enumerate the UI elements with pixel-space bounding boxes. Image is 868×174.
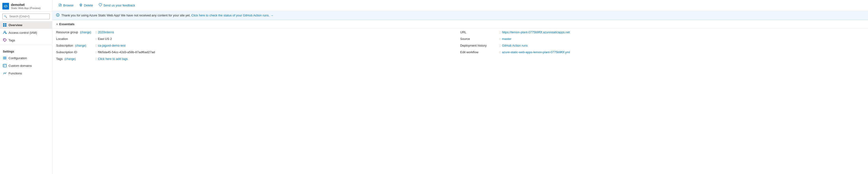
essentials-value-tags[interactable]: Click here to add tags bbox=[98, 57, 128, 61]
essentials-sep-9: : bbox=[500, 50, 501, 54]
essentials-value-url[interactable]: https://lemon-plant-0775b9f0f.azurestati… bbox=[502, 30, 570, 34]
essentials-label-source: Source bbox=[460, 37, 498, 41]
essentials-row-tags: Tags (change) : Click here to add tags bbox=[56, 57, 460, 62]
info-banner-link[interactable]: Click here to check the status of your G… bbox=[191, 13, 274, 17]
essentials-value-deployment-history[interactable]: GitHub Action runs bbox=[502, 44, 528, 47]
app-name: demotwt bbox=[11, 3, 41, 7]
essentials-value-subscription-id: f9b5da45-54cc-42d3-a58b-87adf6ad27ad bbox=[98, 50, 155, 54]
subscription-change-link[interactable]: (change) bbox=[75, 44, 86, 47]
sidebar-item-overview[interactable]: Overview bbox=[0, 21, 52, 29]
tags-change-link[interactable]: (change) bbox=[64, 57, 75, 61]
app-subtitle: Static Web App (Preview) bbox=[11, 7, 41, 9]
heart-icon bbox=[99, 3, 102, 7]
essentials-row-subscription: Subscription (change) : ca-jagord-demo-t… bbox=[56, 44, 460, 49]
essentials-label-location: Location bbox=[56, 37, 94, 41]
essentials-left-col: Resource group (change) : 2020interns Lo… bbox=[56, 30, 460, 62]
sidebar-search-container: 🔍 bbox=[0, 12, 52, 21]
essentials-row-subscription-id: Subscription ID : f9b5da45-54cc-42d3-a58… bbox=[56, 50, 460, 56]
custom-domains-icon bbox=[3, 64, 7, 68]
svg-point-6 bbox=[4, 39, 4, 40]
sidebar-item-tags[interactable]: Tags bbox=[0, 36, 52, 44]
essentials-row-location: Location : East US 2 bbox=[56, 37, 460, 42]
main-content: Browse Delete Send us your feedback bbox=[52, 0, 868, 174]
essentials-row-source: Source : master bbox=[460, 37, 864, 42]
configuration-icon bbox=[3, 56, 7, 60]
delete-button[interactable]: Delete bbox=[77, 2, 95, 9]
app-icon bbox=[2, 3, 9, 9]
svg-rect-7 bbox=[3, 57, 6, 57]
delete-icon bbox=[79, 3, 83, 7]
essentials-value-resource-group[interactable]: 2020interns bbox=[98, 30, 114, 34]
feedback-button[interactable]: Send us your feedback bbox=[96, 2, 137, 9]
essentials-value-location: East US 2 bbox=[98, 37, 112, 41]
feedback-label: Send us your feedback bbox=[103, 4, 135, 7]
functions-icon bbox=[3, 71, 7, 75]
svg-rect-1 bbox=[5, 23, 6, 25]
svg-rect-8 bbox=[3, 58, 6, 58]
svg-rect-9 bbox=[3, 59, 6, 59]
svg-rect-2 bbox=[3, 25, 4, 27]
sidebar-divider bbox=[0, 45, 52, 45]
essentials-sep-7: : bbox=[500, 37, 501, 41]
browse-label: Browse bbox=[63, 4, 73, 7]
essentials-row-edit-workflow: Edit workflow : azure-static-web-apps-le… bbox=[460, 50, 864, 56]
sidebar-item-label-tags: Tags bbox=[8, 38, 15, 42]
essentials-row-url: URL : https://lemon-plant-0775b9f0f.azur… bbox=[460, 30, 864, 36]
settings-section-label: Settings bbox=[0, 46, 52, 54]
sidebar-item-label-custom-domains: Custom domains bbox=[8, 64, 32, 68]
search-wrapper: 🔍 bbox=[2, 13, 50, 19]
sidebar-item-iam[interactable]: Access control (IAM) bbox=[0, 29, 52, 36]
svg-rect-0 bbox=[3, 23, 4, 25]
sidebar-item-functions[interactable]: Functions bbox=[0, 69, 52, 77]
info-banner: Thank you for using Azure Static Web App… bbox=[52, 11, 868, 20]
sidebar-item-custom-domains[interactable]: Custom domains bbox=[0, 62, 52, 69]
essentials-label-url: URL bbox=[460, 30, 498, 34]
sidebar: demotwt Static Web App (Preview) 🔍 Overv… bbox=[0, 0, 52, 174]
essentials-label-resource-group: Resource group (change) bbox=[56, 30, 94, 34]
tags-icon bbox=[3, 38, 7, 42]
browse-button[interactable]: Browse bbox=[56, 2, 76, 9]
essentials-chevron: ∧ bbox=[56, 23, 58, 26]
sidebar-header-text: demotwt Static Web App (Preview) bbox=[11, 3, 41, 9]
sidebar-item-label-configuration: Configuration bbox=[8, 56, 27, 60]
sidebar-item-label-overview: Overview bbox=[8, 23, 22, 27]
sidebar-item-configuration[interactable]: Configuration bbox=[0, 54, 52, 62]
sidebar-item-label-iam: Access control (IAM) bbox=[8, 31, 37, 34]
essentials-value-source[interactable]: master bbox=[502, 37, 512, 41]
essentials-sep-2: : bbox=[96, 37, 97, 41]
essentials-sep-4: : bbox=[96, 50, 97, 54]
svg-rect-3 bbox=[5, 25, 6, 27]
essentials-label-tags: Tags (change) bbox=[56, 57, 94, 61]
info-icon bbox=[56, 13, 59, 18]
essentials-grid: Resource group (change) : 2020interns Lo… bbox=[52, 29, 868, 65]
essentials-row-deployment-history: Deployment history : GitHub Action runs bbox=[460, 44, 864, 49]
browse-icon bbox=[59, 3, 62, 7]
essentials-label-deployment-history: Deployment history bbox=[460, 44, 498, 47]
essentials-header[interactable]: ∧ Essentials bbox=[52, 20, 868, 29]
essentials-value-edit-workflow[interactable]: azure-static-web-apps-lemon-plant-0775b9… bbox=[502, 50, 570, 54]
toolbar: Browse Delete Send us your feedback bbox=[52, 0, 868, 11]
info-banner-text: Thank you for using Azure Static Web App… bbox=[61, 13, 274, 17]
essentials-label-edit-workflow: Edit workflow bbox=[460, 50, 498, 54]
search-icon: 🔍 bbox=[4, 15, 7, 18]
essentials-value-subscription[interactable]: ca-jagord-demo-test bbox=[98, 44, 126, 47]
search-input[interactable] bbox=[2, 13, 50, 19]
delete-label: Delete bbox=[84, 4, 93, 7]
resource-group-change-link[interactable]: (change) bbox=[80, 31, 91, 34]
essentials-right-col: URL : https://lemon-plant-0775b9f0f.azur… bbox=[460, 30, 864, 62]
essentials-sep-8: : bbox=[500, 44, 501, 47]
sidebar-header: demotwt Static Web App (Preview) bbox=[0, 0, 52, 12]
sidebar-item-label-functions: Functions bbox=[8, 72, 22, 75]
essentials-sep-1: : bbox=[96, 30, 97, 34]
svg-rect-10 bbox=[3, 64, 6, 67]
essentials-label-subscription-id: Subscription ID bbox=[56, 50, 94, 54]
essentials-title: Essentials bbox=[59, 22, 74, 26]
sidebar-nav: Overview Access control (IAM) Tags bbox=[0, 21, 52, 174]
essentials-sep-3: : bbox=[96, 44, 97, 47]
overview-icon bbox=[3, 23, 7, 27]
content-area: ∧ Essentials Resource group (change) : 2… bbox=[52, 20, 868, 174]
iam-icon bbox=[3, 31, 7, 34]
essentials-label-subscription: Subscription (change) bbox=[56, 44, 94, 47]
essentials-row-resource-group: Resource group (change) : 2020interns bbox=[56, 30, 460, 36]
svg-point-4 bbox=[4, 31, 5, 33]
